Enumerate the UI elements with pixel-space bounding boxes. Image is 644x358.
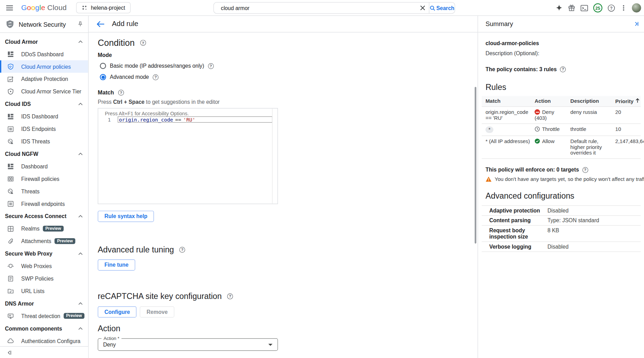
menu-icon[interactable] <box>6 4 14 11</box>
sidebar-section-dns-armor[interactable]: DNS Armor <box>0 297 88 310</box>
firewall-icon <box>7 176 14 182</box>
action-select[interactable]: Action * Deny <box>98 338 278 351</box>
help-icon[interactable]: ? <box>608 4 616 12</box>
project-selector[interactable]: helena-project <box>76 2 131 13</box>
page-title: Add rule <box>112 20 138 28</box>
folder-check-icon <box>7 288 14 294</box>
sidebar-item-web-proxies[interactable]: Web Proxies <box>0 260 88 272</box>
sidebar-item-ids-endpoints[interactable]: IDS Endpoints <box>0 123 88 135</box>
fine-tune-button[interactable]: Fine tune <box>98 259 135 270</box>
configure-button[interactable]: Configure <box>98 306 137 317</box>
pin-icon[interactable] <box>78 21 83 27</box>
sidebar-item-ids-dashboard[interactable]: IDS Dashboard <box>0 110 88 123</box>
account-avatar[interactable] <box>632 3 641 13</box>
sidebar-item-ngfw-threats[interactable]: Threats <box>0 185 88 198</box>
chevron-up-icon <box>78 252 83 255</box>
threat-icon <box>7 188 14 194</box>
basic-mode-help-icon[interactable]: ? <box>208 63 214 69</box>
svg-text:?: ? <box>610 6 612 10</box>
chevron-up-icon <box>78 102 83 105</box>
throttle-icon <box>535 126 540 132</box>
preview-badge: Preview <box>55 238 75 244</box>
sidebar-item-ids-threats[interactable]: IDS Threats <box>0 135 88 148</box>
radio-checked-icon <box>100 74 106 80</box>
sidebar-item-authentication-configuration[interactable]: Authentication Configura <box>0 335 88 347</box>
sidebar-item-firewall-policies[interactable]: Firewall policies <box>0 173 88 185</box>
back-arrow-icon[interactable] <box>97 20 105 27</box>
clear-search-icon[interactable] <box>420 5 426 11</box>
match-expression-code: origin.region_code=='RU' <box>119 117 195 123</box>
document-icon <box>7 275 14 282</box>
sidebar-item-threat-detection[interactable]: Threat detection Preview <box>0 310 88 322</box>
advanced-mode-help-icon[interactable]: ? <box>153 74 158 80</box>
preview-badge: Preview <box>64 313 84 319</box>
sidebar-item-cloud-armor-policies[interactable]: Cloud Armor policies <box>0 60 88 73</box>
advanced-mode-radio[interactable]: Advanced mode ? <box>98 74 478 81</box>
recaptcha-help-icon[interactable]: ? <box>227 293 233 299</box>
cloud-shell-icon[interactable] <box>580 4 588 12</box>
summary-title: Summary <box>486 20 633 28</box>
gift-icon[interactable] <box>568 4 576 12</box>
notifications-count-badge[interactable]: 25 <box>593 3 602 13</box>
sidebar-item-url-lists[interactable]: URL Lists <box>0 285 88 297</box>
rules-table-header: Match Action Description Priority <box>482 96 641 107</box>
policy-description-label: Description (Optional): <box>482 50 641 57</box>
enforce-targets: This policy will enforce on: 0 targets ? <box>482 167 641 173</box>
sidebar-item-ddos-dashboard[interactable]: DDoS Dashboard <box>0 48 88 60</box>
enforce-help-icon[interactable]: ? <box>582 167 588 173</box>
match-label: Match ? <box>98 89 478 95</box>
rule-row: origin.region_code == 'RU' Deny (403) de… <box>482 107 641 124</box>
sidebar-collapse[interactable] <box>0 346 88 358</box>
main-scrollbar-thumb[interactable] <box>475 87 476 243</box>
sidebar-section-cloud-ids[interactable]: Cloud IDS <box>0 98 88 110</box>
tuning-help-icon[interactable]: ? <box>179 247 185 252</box>
project-name: helena-project <box>91 5 125 11</box>
config-row: Content parsing Type: JSON standard <box>482 216 641 226</box>
sidebar-item-attachments[interactable]: Attachments Preview <box>0 235 88 247</box>
sidebar-item-adaptive-protection[interactable]: Adaptive Protection <box>0 73 88 85</box>
logo-google-word: Google <box>21 3 45 12</box>
contains-help-icon[interactable]: ? <box>560 66 566 72</box>
rule-syntax-help-button[interactable]: Rule syntax help <box>98 211 154 222</box>
sidebar-item-swp-policies[interactable]: SWP Policies <box>0 272 88 285</box>
sidebar-section-cloud-armor[interactable]: Cloud Armor <box>0 35 88 48</box>
search-icon <box>430 5 435 11</box>
chevron-up-icon <box>78 152 83 155</box>
sidebar-section-common-components[interactable]: Common components <box>0 322 88 335</box>
summary-header: Summary <box>478 16 644 32</box>
chevron-up-icon <box>78 215 83 217</box>
threat-icon <box>7 138 14 144</box>
search-field[interactable] <box>213 2 429 14</box>
sidebar-item-firewall-endpoints[interactable]: Firewall endpoints <box>0 198 88 210</box>
rules-table: Match Action Description Priority origin… <box>482 96 641 159</box>
dashboard-icon <box>7 51 14 57</box>
action-select-value: Deny <box>103 341 116 348</box>
network-security-icon <box>6 19 15 28</box>
gemini-spark-icon[interactable] <box>555 4 563 12</box>
sidebar-section-secure-access-connect[interactable]: Secure Access Connect <box>0 210 88 222</box>
priority-header[interactable]: Priority <box>615 98 641 104</box>
sidebar-section-cloud-ngfw[interactable]: Cloud NGFW <box>0 148 88 160</box>
basic-mode-radio[interactable]: Basic mode (IP addresses/ranges only) ? <box>98 63 478 69</box>
sidebar-section-secure-web-proxy[interactable]: Secure Web Proxy <box>0 247 88 260</box>
sidebar-item-cloud-armor-service-tier[interactable]: Cloud Armor Service Tier <box>0 85 88 98</box>
panel-collapse-icon[interactable] <box>633 21 639 27</box>
match-expression-editor[interactable]: Press Alt+F1 for Accessibility Options. … <box>98 108 278 204</box>
chevron-up-icon <box>78 40 83 43</box>
search-button[interactable]: Search <box>429 2 455 14</box>
project-grid-icon <box>82 5 88 11</box>
search-input[interactable] <box>221 5 420 11</box>
more-vert-icon[interactable] <box>620 5 627 11</box>
warning-icon <box>486 176 492 182</box>
sidebar-nav: Cloud Armor DDoS Dashboard Cloud Armor p… <box>0 33 88 347</box>
sidebar-item-realms[interactable]: Realms Preview <box>0 222 88 235</box>
sidebar-item-ngfw-dashboard[interactable]: Dashboard <box>0 160 88 173</box>
summary-content: cloud-armor-policies Description (Option… <box>478 40 644 252</box>
remove-button[interactable]: Remove <box>140 306 174 317</box>
rules-heading: Rules <box>482 82 641 92</box>
config-row: Adaptive protection Disabled <box>482 206 641 216</box>
condition-help-icon[interactable]: ? <box>140 40 146 46</box>
match-help-icon[interactable]: ? <box>118 90 124 95</box>
radio-unchecked-icon <box>100 63 106 69</box>
sidebar-title: Network Security <box>19 20 78 27</box>
